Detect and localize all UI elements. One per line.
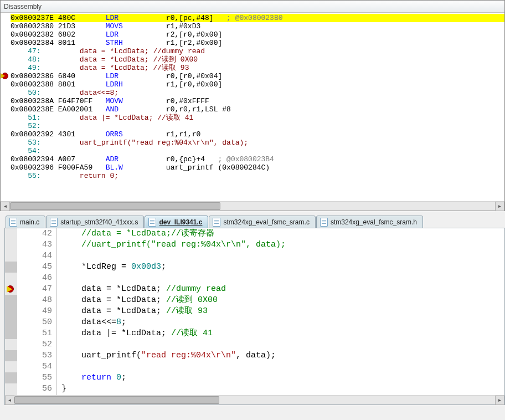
scroll-right-button[interactable]: ► bbox=[495, 396, 504, 405]
margin-row[interactable] bbox=[5, 317, 17, 328]
tab-dev-ili9341-c[interactable]: dev_ILI9341.c bbox=[145, 216, 208, 228]
line-number: 47 bbox=[17, 284, 52, 295]
scroll-left-button[interactable]: ◄ bbox=[5, 396, 14, 405]
disasm-gutter bbox=[1, 13, 11, 201]
code-line[interactable]: //data = *LcdData;//读寄存器 bbox=[61, 228, 504, 239]
scroll-right-button[interactable]: ► bbox=[495, 202, 504, 211]
code-marker bbox=[5, 328, 17, 339]
source-view[interactable]: 42434445464748495051525354555657 //data … bbox=[5, 228, 504, 395]
disasm-hscrollbar[interactable]: ◄ ► bbox=[1, 201, 504, 211]
line-number: 48 bbox=[17, 295, 52, 306]
disassembly-pane: Disassembly 0x0800237E 480C LDR r0,[pc,#… bbox=[0, 0, 505, 211]
code-marker bbox=[5, 262, 17, 273]
scroll-thumb[interactable] bbox=[10, 202, 220, 210]
disasm-source-line[interactable]: 53: uart_printf("read reg:%04x\r\n", dat… bbox=[1, 139, 504, 147]
disasm-line[interactable]: 0x08002394 A007 ADR r0,{pc}+4 ; @0x08002… bbox=[1, 155, 504, 163]
code-line[interactable]: uart_printf("read reg:%04x\r\n", data); bbox=[61, 350, 504, 361]
source-margin bbox=[5, 228, 17, 395]
disasm-line[interactable]: 0x08002388 8801 LDRH r1,[r0,#0x00] bbox=[1, 80, 504, 89]
code-line[interactable]: *LcdReg = 0x00d3; bbox=[61, 262, 504, 273]
disasm-line[interactable]: 0x08002392 4301 ORRS r1,r1,r0 bbox=[1, 130, 504, 139]
disasm-line[interactable]: 0x0800237E 480C LDR r0,[pc,#48] ; @0x080… bbox=[1, 14, 504, 22]
disasm-source-line[interactable]: 47: data = *LcdData; //dummy read bbox=[1, 47, 504, 55]
code-line[interactable]: data = *LcdData; //dummy read bbox=[61, 284, 504, 295]
margin-row[interactable] bbox=[5, 262, 17, 273]
file-icon bbox=[50, 218, 58, 227]
line-number: 42 bbox=[17, 228, 52, 239]
disasm-source-line[interactable]: 49: data = *LcdData; //读取 93 bbox=[1, 64, 504, 72]
margin-row[interactable] bbox=[5, 328, 17, 339]
code-line[interactable]: data = *LcdData; //读取 93 bbox=[61, 306, 504, 317]
current-line-arrow-icon bbox=[1, 73, 5, 79]
disassembly-view[interactable]: 0x0800237E 480C LDR r0,[pc,#48] ; @0x080… bbox=[1, 13, 504, 201]
disasm-source-line[interactable]: 51: data |= *LcdData; //读取 41 bbox=[1, 114, 504, 122]
code-line[interactable]: data |= *LcdData; //读取 41 bbox=[61, 328, 504, 339]
tab-startup-stm32f40-41xxx-s[interactable]: startup_stm32f40_41xxx.s bbox=[46, 216, 144, 228]
line-number: 49 bbox=[17, 306, 52, 317]
code-marker bbox=[5, 372, 17, 383]
code-line[interactable] bbox=[61, 250, 504, 262]
margin-row[interactable] bbox=[5, 250, 17, 262]
margin-row[interactable] bbox=[5, 306, 17, 317]
line-number: 45 bbox=[17, 262, 52, 273]
code-line[interactable]: data<<=8; bbox=[61, 317, 504, 328]
disasm-line[interactable]: 0x0800238A F64F70FF MOVW r0,#0xFFFF bbox=[1, 97, 504, 105]
margin-row[interactable] bbox=[5, 295, 17, 306]
disasm-source-line[interactable]: 48: data = *LcdData; //读到 0X00 bbox=[1, 55, 504, 64]
disasm-source-line[interactable]: 50: data<<=8; bbox=[1, 89, 504, 97]
code-marker bbox=[5, 306, 17, 317]
disasm-line[interactable]: 0x08002380 21D3 MOVS r1,#0xD3 bbox=[1, 22, 504, 30]
line-number: 53 bbox=[17, 350, 52, 361]
disassembly-title: Disassembly bbox=[1, 1, 504, 13]
tab-main-c[interactable]: main.c bbox=[6, 216, 45, 228]
line-number: 54 bbox=[17, 361, 52, 372]
code-marker bbox=[5, 350, 17, 361]
scroll-track[interactable] bbox=[14, 396, 495, 404]
margin-row[interactable] bbox=[5, 361, 17, 372]
margin-row[interactable] bbox=[5, 239, 17, 250]
tab-label: main.c bbox=[20, 218, 39, 226]
margin-row[interactable] bbox=[5, 383, 17, 395]
code-line[interactable] bbox=[61, 273, 504, 284]
margin-row[interactable] bbox=[5, 284, 17, 295]
file-icon bbox=[213, 218, 220, 227]
tab-label: dev_ILI9341.c bbox=[159, 218, 202, 226]
disasm-line[interactable]: 0x08002384 8011 STRH r1,[r2,#0x00] bbox=[1, 39, 504, 47]
code-line[interactable]: return 0; bbox=[61, 372, 504, 383]
tab-stm324xg-eval-fsmc-sram-h[interactable]: stm324xg_eval_fsmc_sram.h bbox=[316, 216, 423, 228]
margin-row[interactable] bbox=[5, 339, 17, 350]
code-line[interactable]: //uart_printf("read reg:%04x\r\n", data)… bbox=[61, 239, 504, 250]
scroll-left-button[interactable]: ◄ bbox=[1, 202, 10, 211]
source-code[interactable]: //data = *LcdData;//读寄存器 //uart_printf("… bbox=[57, 228, 504, 395]
disasm-line[interactable]: 0x08002396 F000FA59 BL.W uart_printf (0x… bbox=[1, 163, 504, 172]
code-line[interactable]: data = *LcdData; //读到 0X00 bbox=[61, 295, 504, 306]
tab-label: stm324xg_eval_fsmc_sram.h bbox=[331, 218, 417, 226]
tab-stm324xg-eval-fsmc-sram-c[interactable]: stm324xg_eval_fsmc_sram.c bbox=[209, 216, 315, 228]
margin-row[interactable] bbox=[5, 273, 17, 284]
file-icon bbox=[9, 218, 17, 227]
tab-label: stm324xg_eval_fsmc_sram.c bbox=[223, 218, 309, 226]
line-number: 44 bbox=[17, 250, 52, 262]
disasm-source-line[interactable]: 55: return 0; bbox=[1, 172, 504, 180]
source-pane: 42434445464748495051525354555657 //data … bbox=[4, 228, 505, 405]
scroll-track[interactable] bbox=[10, 202, 495, 211]
code-line[interactable]: } bbox=[61, 383, 504, 395]
line-number: 43 bbox=[17, 239, 52, 250]
disasm-source-line[interactable]: 52: bbox=[1, 122, 504, 130]
disasm-line[interactable]: 0x08002382 6802 LDR r2,[r0,#0x00] bbox=[1, 30, 504, 39]
line-numbers: 42434445464748495051525354555657 bbox=[17, 228, 57, 395]
line-number: 52 bbox=[17, 339, 52, 350]
disasm-line[interactable]: 0x0800238E EA002001 AND r0,r0,r1,LSL #8 bbox=[1, 105, 504, 114]
margin-row[interactable] bbox=[5, 350, 17, 361]
scroll-thumb[interactable] bbox=[14, 396, 219, 404]
disasm-line[interactable]: 0x08002386 6840 LDR r0,[r0,#0x04] bbox=[1, 72, 504, 80]
code-marker bbox=[5, 295, 17, 306]
code-line[interactable] bbox=[61, 361, 504, 372]
code-line[interactable] bbox=[61, 339, 504, 350]
margin-row[interactable] bbox=[5, 372, 17, 383]
file-icon bbox=[320, 218, 328, 227]
code-marker bbox=[5, 317, 17, 328]
margin-row[interactable] bbox=[5, 228, 17, 239]
source-hscrollbar[interactable]: ◄ ► bbox=[5, 395, 504, 404]
disasm-source-line[interactable]: 54: bbox=[1, 147, 504, 155]
